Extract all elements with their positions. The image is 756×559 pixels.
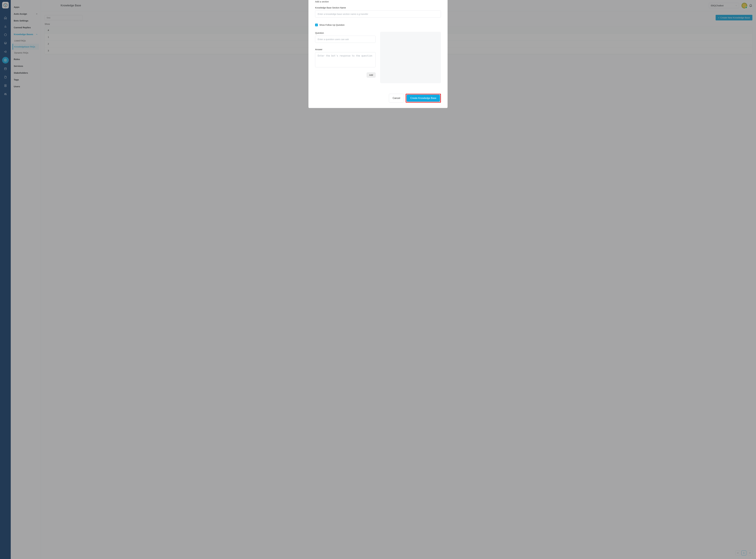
create-kb-submit-button[interactable]: Create Knowledge Base <box>407 95 440 102</box>
annotation-highlight: Create Knowledge Base <box>406 94 441 103</box>
field-label-question: Question <box>315 32 375 34</box>
followup-checkbox[interactable] <box>315 24 318 26</box>
modal-section-title: Add a section <box>315 0 441 3</box>
add-button[interactable]: Add <box>367 72 375 77</box>
cancel-button[interactable]: Cancel <box>389 94 404 103</box>
field-label-answer: Answer <box>315 48 375 51</box>
question-input[interactable] <box>315 36 375 43</box>
create-kb-modal: Add a section Knowledge Base Section Nam… <box>308 0 448 108</box>
followup-checkbox-label: Show Follow Up Question <box>319 24 345 26</box>
preview-panel <box>380 32 441 83</box>
field-label-section-name: Knowledge Base Section Name <box>315 6 441 9</box>
answer-textarea[interactable] <box>315 52 375 67</box>
section-name-input[interactable] <box>315 10 441 18</box>
